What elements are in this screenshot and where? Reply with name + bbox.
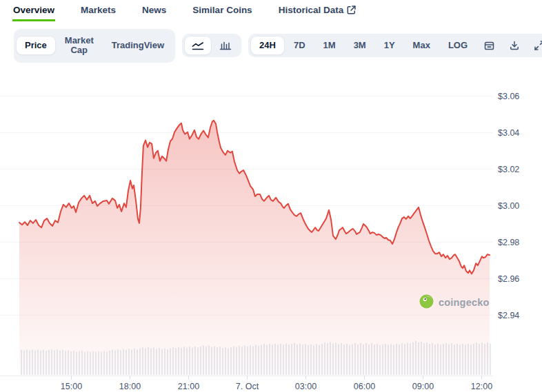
expand-button[interactable] bbox=[528, 37, 542, 54]
coingecko-watermark: coingecko bbox=[419, 294, 490, 311]
tab-similar-coins[interactable]: Similar Coins bbox=[192, 0, 252, 21]
button-label: 1M bbox=[323, 41, 336, 50]
button-label: Price bbox=[25, 41, 47, 50]
y-axis-label: $3.06 bbox=[498, 91, 519, 101]
external-link-icon bbox=[347, 6, 356, 14]
range-button-1m[interactable]: 1M bbox=[315, 37, 344, 54]
metric-button-price[interactable]: Price bbox=[17, 37, 55, 54]
button-label: 7D bbox=[294, 41, 305, 50]
range-button-7d[interactable]: 7D bbox=[285, 37, 314, 54]
tab-label: Historical Data bbox=[279, 5, 344, 15]
tab-news[interactable]: News bbox=[141, 0, 167, 21]
button-label: 24H bbox=[259, 41, 276, 50]
chart-type-segment-group bbox=[182, 34, 241, 57]
bar-chart-icon bbox=[219, 41, 232, 50]
price-chart[interactable]: $3.06$3.04$3.02$3.00$2.98$2.96$2.9415:00… bbox=[0, 70, 542, 391]
x-axis-label: 03:00 bbox=[295, 382, 317, 391]
button-label: LOG bbox=[448, 41, 468, 50]
y-axis-label: $2.98 bbox=[498, 237, 519, 247]
button-label: 1Y bbox=[384, 41, 395, 50]
y-axis-label: $3.00 bbox=[498, 200, 519, 210]
range-button-log[interactable]: LOG bbox=[440, 37, 476, 54]
chart-type-button-line-chart[interactable] bbox=[185, 37, 211, 54]
button-label: 3M bbox=[354, 41, 366, 50]
x-axis-label: 12:00 bbox=[471, 382, 492, 391]
tab-label: News bbox=[142, 5, 166, 15]
x-axis-label: 09:00 bbox=[412, 382, 434, 391]
metric-button-market-cap[interactable]: Market Cap bbox=[57, 32, 102, 60]
y-axis-label: $3.04 bbox=[498, 127, 519, 137]
price-area bbox=[19, 120, 490, 374]
chart-toolbar: PriceMarket CapTradingView 24H7D1M3M1YMa… bbox=[14, 29, 542, 63]
chart-canvas[interactable]: $3.06$3.04$3.02$3.00$2.98$2.96$2.9415:00… bbox=[0, 70, 542, 391]
tab-label: Similar Coins bbox=[192, 5, 252, 15]
watermark-text: coingecko bbox=[439, 297, 490, 308]
download-icon bbox=[510, 41, 519, 50]
range-button-max[interactable]: Max bbox=[405, 37, 439, 54]
page-tabs: OverviewMarketsNewsSimilar CoinsHistoric… bbox=[0, 0, 542, 21]
range-button-24h[interactable]: 24H bbox=[251, 37, 284, 54]
line-chart-icon bbox=[192, 41, 204, 50]
download-button[interactable] bbox=[503, 37, 526, 54]
y-axis-label: $2.96 bbox=[498, 274, 519, 283]
coingecko-gecko-icon bbox=[419, 294, 434, 311]
tab-historical-data[interactable]: Historical Data bbox=[278, 0, 357, 21]
metric-segment-group: PriceMarket CapTradingView bbox=[14, 29, 175, 63]
range-button-1y[interactable]: 1Y bbox=[376, 37, 403, 54]
calendar-button[interactable] bbox=[477, 37, 501, 54]
button-label: Max bbox=[413, 41, 430, 50]
y-axis-label: $2.94 bbox=[498, 310, 519, 320]
range-button-3m[interactable]: 3M bbox=[345, 37, 374, 54]
expand-icon bbox=[534, 41, 542, 50]
button-label: Market Cap bbox=[65, 36, 94, 56]
x-axis-label: 7. Oct bbox=[236, 382, 259, 391]
x-axis-label: 06:00 bbox=[354, 382, 375, 391]
x-axis-label: 21:00 bbox=[178, 382, 199, 391]
x-axis-label: 15:00 bbox=[61, 382, 82, 391]
range-segment-group: 24H7D1M3M1YMaxLOG bbox=[248, 34, 542, 57]
tab-label: Overview bbox=[13, 5, 54, 15]
x-axis-label: 18:00 bbox=[119, 382, 141, 391]
y-axis-label: $3.02 bbox=[498, 164, 519, 174]
tab-overview[interactable]: Overview bbox=[12, 0, 55, 21]
volume-bar bbox=[490, 343, 491, 374]
button-label: TradingView bbox=[112, 41, 164, 50]
tab-markets[interactable]: Markets bbox=[80, 0, 117, 21]
chart-type-button-bar-chart[interactable] bbox=[212, 37, 239, 54]
calendar-icon bbox=[484, 41, 494, 50]
tab-label: Markets bbox=[81, 5, 116, 15]
metric-button-tradingview[interactable]: TradingView bbox=[103, 37, 172, 54]
